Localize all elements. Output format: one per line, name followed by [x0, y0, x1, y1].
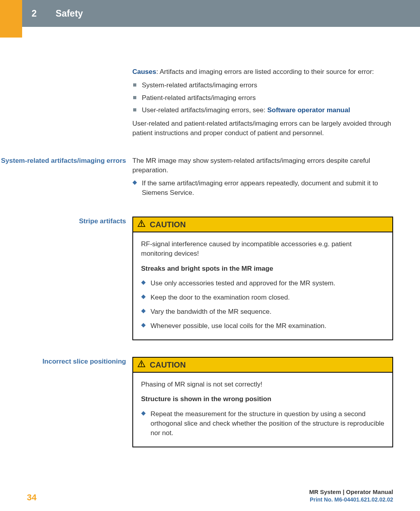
caution-items: Use only accessories tested and approved…	[141, 279, 384, 330]
svg-rect-2	[141, 222, 142, 224]
margin-label-system-artifacts: System-related artifacts/imaging errors	[0, 156, 132, 202]
margin-label-slice: Incorrect slice positioning	[0, 357, 132, 456]
chapter-number: 2	[32, 7, 37, 20]
chapter-tab	[0, 0, 22, 38]
list-item: System-related artifacts/imaging errors	[132, 81, 393, 90]
caution-text: RF-signal interference caused by incompa…	[141, 239, 384, 258]
list-item: Patient-related artifacts/imaging errors	[132, 93, 393, 103]
svg-rect-3	[141, 225, 142, 226]
caution-label: CAUTION	[150, 359, 186, 370]
caution-header: CAUTION	[133, 217, 392, 232]
intro-after: User-related and patient-related artifac…	[132, 119, 393, 138]
list-item: If the same artifact/imaging error appea…	[132, 179, 393, 198]
section1-actions: If the same artifact/imaging error appea…	[132, 179, 393, 198]
causes-label: Causes	[132, 68, 156, 75]
list-item: Whenever possible, use local coils for t…	[141, 321, 384, 331]
causes-text: : Artifacts and imaging errors are liste…	[156, 68, 374, 75]
list-item: Repeat the measurement for the structure…	[141, 409, 384, 437]
caution-bold: Streaks and bright spots in the MR image	[141, 264, 384, 273]
warning-icon	[137, 219, 150, 230]
caution-box-slice: CAUTION Phasing of MR signal is not set …	[132, 357, 393, 447]
chapter-title: Safety	[56, 7, 83, 20]
caution-header: CAUTION	[133, 358, 392, 373]
list-item: Use only accessories tested and approved…	[141, 279, 384, 288]
section1-text: The MR image may show system-related art…	[132, 156, 393, 175]
caution-text: Phasing of MR signal is not set correctl…	[141, 380, 384, 389]
list-item: Keep the door to the examination room cl…	[141, 293, 384, 302]
causes-list: System-related artifacts/imaging errors …	[132, 81, 393, 115]
margin-label-stripe: Stripe artifacts	[0, 217, 132, 349]
list-item-text: User-related artifacts/imaging errors, s…	[142, 106, 267, 114]
print-number: Print No. M6-04401.621.02.02.02	[309, 496, 393, 504]
list-item: Vary the bandwidth of the MR sequence.	[141, 307, 384, 317]
caution-bold: Structure is shown in the wrong position	[141, 394, 384, 404]
list-item: User-related artifacts/imaging errors, s…	[132, 106, 393, 115]
svg-rect-7	[141, 365, 142, 366]
manual-title: MR System | Operator Manual	[309, 488, 393, 496]
caution-label: CAUTION	[150, 219, 186, 230]
caution-box-stripe: CAUTION RF-signal interference caused by…	[132, 217, 393, 340]
page-content: Causes: Artifacts and imaging errors are…	[0, 67, 420, 459]
page-number: 34	[27, 492, 36, 504]
svg-rect-6	[141, 362, 142, 365]
page-footer: 34 MR System | Operator Manual Print No.…	[27, 488, 393, 504]
causes-intro: Causes: Artifacts and imaging errors are…	[132, 67, 393, 77]
software-manual-link: Software operator manual	[267, 106, 350, 114]
caution-items: Repeat the measurement for the structure…	[141, 409, 384, 437]
chapter-header: 2 Safety	[22, 0, 420, 27]
warning-icon	[137, 359, 150, 370]
